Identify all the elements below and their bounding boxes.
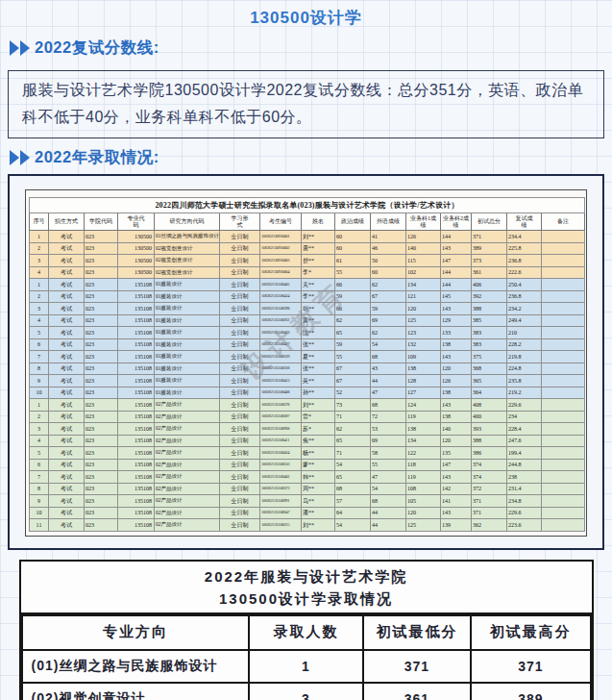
admission-cell (542, 471, 585, 484)
admission-cell: 马** (302, 495, 335, 508)
admission-column-header: 序号 (30, 213, 49, 231)
admission-cell: 57 (335, 495, 371, 508)
admission-cell: 125 (406, 519, 441, 532)
admission-cell: 130500 (118, 242, 155, 255)
admission-row: 9考试02313510802产品设计全日制106362135108991马**5… (30, 495, 585, 508)
admission-cell: 023 (85, 483, 118, 495)
admission-row: 11考试02313510802产品设计全日制106362135108215刘**… (30, 519, 585, 532)
admission-cell (542, 279, 585, 291)
admission-cell: 135108 (118, 314, 155, 327)
admission-cell: 023 (85, 255, 118, 267)
admission-cell: 023 (85, 399, 118, 412)
admission-cell: 135108 (118, 399, 155, 412)
admission-cell: 考试 (49, 483, 85, 495)
admission-cell: 夏** (302, 351, 335, 363)
admission-cell: 全日制 (220, 507, 260, 519)
admission-cell: 考试 (49, 495, 85, 508)
admission-cell: 147 (441, 459, 472, 471)
admission-cell: 64 (335, 507, 371, 519)
admission-cell: 106362135108408 (260, 387, 302, 399)
admission-cell: 130500 (118, 231, 155, 243)
admission-cell: 全日制 (220, 338, 260, 351)
admission-cell: 371 (472, 495, 507, 508)
admission-cell: 023 (85, 423, 118, 436)
admission-cell: 023 (85, 375, 118, 388)
admission-cell: 235.8 (507, 375, 542, 388)
admission-cell: 李** (302, 290, 335, 303)
admission-cell: 234.2 (507, 303, 542, 315)
admission-cell: 228.2 (507, 338, 542, 351)
admission-cell: 全日制 (220, 303, 260, 315)
admission-cell: 135108 (118, 471, 155, 484)
summary-cell: (02)视觉创意设计 (22, 683, 250, 700)
admission-cell: 02产品设计 (155, 471, 220, 484)
admission-cell: 135108 (118, 351, 155, 363)
admission-cell: 135108 (118, 338, 155, 351)
admission-cell: 406 (472, 279, 507, 291)
summary-cell: 371 (363, 650, 471, 683)
admission-cell (542, 314, 585, 327)
admission-cell: 138 (406, 423, 441, 436)
admission-cell: 106362135108411 (260, 435, 302, 447)
admission-cell: 135108 (118, 411, 155, 423)
admission-cell: 210 (507, 327, 542, 339)
admission-cell: 全日制 (220, 399, 260, 412)
admission-cell: 全日制 (220, 327, 260, 339)
admission-row: 2考试02313510802产品设计全日制106362135108287雷*71… (30, 411, 585, 423)
admission-cell: 138 (441, 387, 472, 399)
admission-cell: 238 (507, 471, 542, 484)
admission-column-header: 政治成绩 (335, 213, 371, 231)
admission-cell: 5 (30, 447, 49, 460)
admission-cell: 考试 (49, 303, 85, 315)
admission-table-title-row: 2022四川师范大学硕士研究生拟录取名单(023)服装与设计艺术学院（设计学/艺… (30, 198, 585, 213)
admission-column-header: 姓名 (302, 213, 335, 231)
section-header-retest-line: 2022复试分数线: (10, 38, 602, 59)
admission-cell: 373 (472, 255, 507, 267)
admission-cell: 02产品设计 (155, 459, 220, 471)
admission-cell: 60 (335, 242, 371, 255)
admission-cell: 02产品设计 (155, 507, 220, 519)
admission-cell: 02产品设计 (155, 423, 220, 436)
admission-cell: 全日制 (220, 447, 260, 460)
admission-column-header: 业务科2成 绩 (441, 213, 472, 231)
admission-cell: 01服装设计 (155, 351, 220, 363)
admission-cell: 106362135108427 (260, 338, 302, 351)
admission-cell: 52 (335, 387, 371, 399)
admission-cell: 135108 (118, 447, 155, 460)
admission-cell: 杨** (302, 447, 335, 460)
double-arrow-icon (10, 150, 31, 165)
admission-cell: 考试 (49, 327, 85, 339)
admission-row: 7考试02313510802产品设计全日制106362135108402韩**6… (30, 471, 585, 484)
admission-cell: 62 (371, 327, 406, 339)
admission-cell: 143 (441, 471, 472, 484)
admission-cell: 4 (30, 266, 49, 279)
admission-cell: 62 (335, 423, 371, 436)
admission-cell: 65 (335, 435, 371, 447)
admission-cell: 142 (441, 483, 472, 495)
admission-cell: 吴** (302, 375, 335, 388)
admission-column-header: 业务科1成 绩 (406, 213, 441, 231)
admission-cell: 115 (406, 255, 441, 267)
admission-cell (542, 242, 585, 255)
admission-cell: 72 (371, 411, 406, 423)
admission-cell: 106362135108413 (260, 375, 302, 388)
admission-cell: 全日制 (220, 411, 260, 423)
admission-cell: 全日制 (220, 375, 260, 388)
admission-cell: 371 (472, 507, 507, 519)
admission-cell: 105 (406, 495, 441, 508)
admission-cell: 46 (371, 242, 406, 255)
admission-table: 2022四川师范大学硕士研究生拟录取名单(023)服装与设计艺术学院（设计学/艺… (29, 197, 585, 532)
admission-cell: 全日制 (220, 483, 260, 495)
admission-cell (542, 423, 585, 436)
admission-cell: 130500 (118, 255, 155, 267)
admission-cell: 01服装设计 (155, 327, 220, 339)
double-arrow-icon (10, 40, 31, 56)
admission-cell: 关** (302, 279, 335, 291)
admission-cell: 121 (406, 290, 441, 303)
admission-cell: 刘** (302, 231, 335, 243)
admission-cell: 3 (30, 255, 49, 267)
admission-cell: 120 (406, 303, 441, 315)
admission-cell: 023 (85, 266, 118, 279)
admission-row: 5考试02313510802产品设计全日制106362135108434杨**7… (30, 447, 585, 460)
admission-row: 1考试02313050001丝绸之路与民族服饰设计全日制106362130930… (30, 231, 585, 243)
